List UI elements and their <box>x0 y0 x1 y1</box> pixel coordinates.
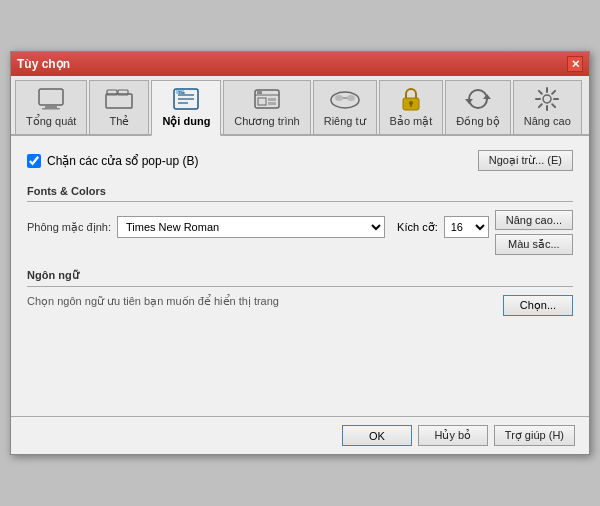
tab-nang-cao[interactable]: Nâng cao <box>513 80 582 134</box>
font-default-label: Phông mặc định: <box>27 221 111 234</box>
language-section: Ngôn ngữ Chọn ngôn ngữ ưu tiên bạn muốn … <box>27 269 573 316</box>
close-button[interactable]: ✕ <box>567 56 583 72</box>
svg-line-33 <box>552 104 555 107</box>
fonts-colors-heading: Fonts & Colors <box>27 185 573 197</box>
svg-point-18 <box>331 92 359 108</box>
monitor-icon <box>35 85 67 113</box>
tab-tabs-icon <box>103 85 135 113</box>
block-popup-label: Chặn các cửa sổ pop-up (B) <box>47 154 198 168</box>
tab-the[interactable]: Thẻ <box>89 80 149 134</box>
tab-label: Riêng tư <box>324 115 366 128</box>
size-select[interactable]: 16 <box>444 216 489 238</box>
svg-rect-14 <box>257 91 262 94</box>
tab-chuong-trinh[interactable]: Chương trình <box>223 80 310 134</box>
tab-label: Thẻ <box>110 115 130 128</box>
sync-icon <box>462 85 494 113</box>
tab-label: Bảo mật <box>390 115 433 128</box>
tab-label: Nội dung <box>162 115 210 128</box>
svg-rect-2 <box>42 108 60 110</box>
colors-button[interactable]: Màu sắc... <box>495 234 573 255</box>
lock-icon <box>395 85 427 113</box>
content-icon: The <box>170 85 202 113</box>
footer-bar: OK Hủy bỏ Trợ giúp (H) <box>11 416 589 454</box>
mask-icon <box>329 85 361 113</box>
language-description: Chọn ngôn ngữ ưu tiên bạn muốn để hiển t… <box>27 295 279 308</box>
except-button[interactable]: Ngoại trừ... (E) <box>478 150 573 171</box>
block-popup-checkbox[interactable] <box>27 154 41 168</box>
svg-marker-25 <box>483 94 491 99</box>
font-row: Phông mặc định: Times New Roman Kích cỡ:… <box>27 216 489 238</box>
block-popup-left: Chặn các cửa sổ pop-up (B) <box>27 154 198 168</box>
program-icon <box>251 85 283 113</box>
choose-language-button[interactable]: Chọn... <box>503 295 573 316</box>
tab-label: Chương trình <box>234 115 299 128</box>
cancel-button[interactable]: Hủy bỏ <box>418 425 488 446</box>
gear-icon <box>531 85 563 113</box>
fonts-colors-section: Fonts & Colors Phông mặc định: Times New… <box>27 185 573 255</box>
tab-bao-mat[interactable]: Bảo mật <box>379 80 444 134</box>
advanced-button[interactable]: Nâng cao... <box>495 210 573 230</box>
tab-label: Nâng cao <box>524 115 571 127</box>
tab-tong-quat[interactable]: Tổng quát <box>15 80 87 134</box>
svg-rect-0 <box>39 89 63 105</box>
svg-marker-26 <box>465 99 473 104</box>
language-row: Chọn ngôn ngữ ưu tiên bạn muốn để hiển t… <box>27 295 573 316</box>
svg-line-35 <box>539 104 542 107</box>
svg-text:The: The <box>178 90 186 95</box>
preferences-window: Tùy chọn ✕ Tổng quát <box>10 51 590 455</box>
svg-rect-17 <box>268 102 276 105</box>
block-popup-row: Chặn các cửa sổ pop-up (B) Ngoại trừ... … <box>27 150 573 171</box>
svg-point-20 <box>347 95 355 101</box>
svg-line-34 <box>552 91 555 94</box>
content-area: Chặn các cửa sổ pop-up (B) Ngoại trừ... … <box>11 136 589 416</box>
svg-line-32 <box>539 91 542 94</box>
svg-rect-15 <box>258 98 266 105</box>
spacer <box>27 326 573 406</box>
tab-bar: Tổng quát Thẻ The <box>11 76 589 136</box>
size-label: Kích cỡ: <box>397 221 438 234</box>
svg-point-27 <box>543 95 551 103</box>
tab-label: Đồng bộ <box>456 115 499 128</box>
lang-divider <box>27 286 573 287</box>
svg-rect-3 <box>106 94 132 108</box>
tab-noi-dung[interactable]: The Nội dung <box>151 80 221 136</box>
svg-rect-16 <box>268 98 276 101</box>
svg-point-19 <box>335 95 343 101</box>
help-button[interactable]: Trợ giúp (H) <box>494 425 575 446</box>
title-bar: Tùy chọn ✕ <box>11 52 589 76</box>
font-select[interactable]: Times New Roman <box>117 216 385 238</box>
tab-dong-bo[interactable]: Đồng bộ <box>445 80 510 134</box>
tab-rieng-tu[interactable]: Riêng tư <box>313 80 377 134</box>
language-heading: Ngôn ngữ <box>27 269 573 282</box>
ok-button[interactable]: OK <box>342 425 412 446</box>
tab-label: Tổng quát <box>26 115 76 128</box>
fonts-divider <box>27 201 573 202</box>
window-title: Tùy chọn <box>17 57 70 71</box>
svg-rect-1 <box>45 106 57 108</box>
font-buttons: Nâng cao... Màu sắc... <box>495 210 573 255</box>
